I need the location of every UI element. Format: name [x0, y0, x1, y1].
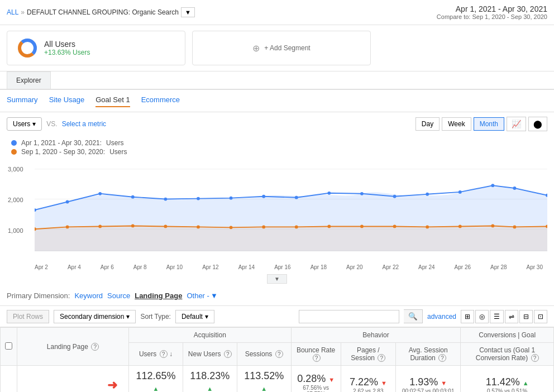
sub-tabs: Summary Site Usage Goal Set 1 Ecommerce	[0, 90, 554, 112]
svg-point-34	[360, 224, 364, 228]
svg-point-36	[426, 225, 429, 228]
advanced-link[interactable]: advanced	[427, 313, 456, 321]
new-users-help[interactable]: ?	[224, 350, 232, 358]
metric-users-btn[interactable]: Users ▾	[7, 117, 42, 131]
conversion-pct-value: 11.42% ▲	[465, 376, 549, 388]
tab-goal-set1[interactable]: Goal Set 1	[95, 94, 130, 107]
svg-point-16	[327, 192, 331, 195]
users-help[interactable]: ?	[160, 350, 168, 358]
svg-point-33	[327, 224, 331, 228]
period-month-btn[interactable]: Month	[474, 117, 504, 131]
svg-point-27	[131, 224, 135, 228]
red-arrow-indicator: ➜	[107, 378, 117, 392]
th-conversions: Conversions | Goal	[461, 328, 554, 343]
x-label-2: Apr 6	[101, 264, 114, 270]
th-bounce-rate: Bounce Rate ?	[291, 343, 341, 366]
svg-point-29	[197, 225, 200, 228]
landing-page-help[interactable]: ?	[91, 343, 99, 351]
view-buttons: ⊞ ◎ ☰ ⇌ ⊟ ⊡	[461, 310, 547, 323]
svg-point-14	[262, 195, 265, 198]
line-chart-icon[interactable]: 📈	[507, 117, 526, 131]
bounce-rate-help[interactable]: ?	[313, 354, 321, 362]
add-segment-btn[interactable]: ⊕ + Add Segment	[192, 31, 371, 65]
sort-value: Default	[182, 313, 203, 321]
avg-session-help[interactable]: ?	[438, 354, 446, 362]
metric-label: Users	[13, 120, 30, 128]
channel-label: DEFAULT CHANNEL GROUPING: Organic Search	[27, 8, 179, 16]
td-users-pct: 112.65% ▲ 43,116 vs 20,276	[129, 366, 183, 393]
svg-point-28	[164, 224, 167, 228]
pie-view-btn[interactable]: ◎	[475, 310, 489, 323]
bounce-rate-subvalue: 67.56% vs 67.75%	[296, 385, 336, 392]
tab-summary[interactable]: Summary	[7, 94, 38, 107]
dim-label: Primary Dimension:	[7, 291, 70, 300]
legend-row: Apr 1, 2021 - Apr 30, 2021: Users Sep 1,…	[0, 136, 554, 160]
y-axis-2000: 2,000	[8, 197, 23, 203]
dim-source[interactable]: Source	[107, 291, 130, 300]
svg-point-35	[393, 224, 397, 228]
pivot-view-btn[interactable]: ⊟	[519, 310, 533, 323]
x-label-8: Apr 18	[311, 264, 327, 270]
svg-point-22	[513, 187, 516, 190]
top-bar: ALL » DEFAULT CHANNEL GROUPING: Organic …	[0, 0, 554, 25]
legend-dot-orange	[11, 149, 17, 155]
pages-session-help[interactable]: ?	[378, 354, 385, 362]
sort-type-btn[interactable]: Default ▾	[175, 310, 214, 323]
svg-point-37	[459, 224, 462, 228]
dim-other-arrow: ▼	[211, 291, 218, 300]
svg-point-25	[66, 225, 69, 228]
scroll-down-btn[interactable]: ▼	[267, 274, 287, 284]
search-input[interactable]	[299, 310, 399, 323]
chart-container: 3,000 2,000 1,000	[0, 160, 554, 272]
bounce-rate-red-arrow: ▼	[328, 376, 335, 383]
separator: »	[21, 8, 25, 16]
grid-view-btn[interactable]: ⊞	[461, 310, 474, 323]
x-axis-labels: Apr 2 Apr 4 Apr 6 Apr 8 Apr 10 Apr 12 Ap…	[7, 263, 543, 270]
sessions-help[interactable]: ?	[275, 350, 283, 358]
svg-point-18	[393, 195, 397, 198]
segment-all-users[interactable]: All Users +13.63% Users	[7, 31, 185, 65]
tab-site-usage[interactable]: Site Usage	[49, 94, 85, 107]
left-controls: Users ▾ VS. Select a metric	[7, 117, 106, 131]
users-sort-arrow[interactable]: ↓	[169, 350, 173, 358]
contact-us-help[interactable]: ?	[531, 354, 539, 362]
dim-keyword[interactable]: Keyword	[74, 291, 103, 300]
td-conversion-pct: 11.42% ▲ 0.57% vs 0.51%	[461, 366, 554, 393]
dim-other[interactable]: Other - ▼	[187, 291, 217, 300]
dim-landing-page[interactable]: Landing Page	[135, 291, 182, 300]
avg-session-pct-value: 1.93% ▼	[400, 376, 456, 388]
tab-explorer[interactable]: Explorer	[7, 71, 51, 89]
svg-point-32	[295, 225, 298, 228]
svg-point-20	[459, 190, 462, 194]
plus-icon: ⊕	[252, 43, 260, 54]
segment-pct: +13.63% Users	[44, 49, 90, 56]
svg-point-19	[426, 193, 429, 196]
sort-arrow: ▾	[205, 313, 208, 321]
primary-dimension-bar: Primary Dimension: Keyword Source Landin…	[0, 286, 554, 305]
tab-ecommerce[interactable]: Ecommerce	[141, 94, 180, 107]
breadcrumb: ALL » DEFAULT CHANNEL GROUPING: Organic …	[7, 7, 195, 17]
x-label-9: Apr 20	[346, 264, 362, 270]
pie-chart-icon[interactable]: ⬤	[528, 117, 547, 131]
legend-metric-2: Users	[109, 148, 127, 156]
list-view-btn[interactable]: ☰	[490, 310, 504, 323]
compare-view-btn[interactable]: ⇌	[505, 310, 518, 323]
secondary-dim-btn[interactable]: Secondary dimension ▾	[54, 310, 136, 323]
conversion-subvalue: 0.57% vs 0.51%	[465, 388, 549, 393]
select-metric-link[interactable]: Select a metric	[62, 120, 106, 128]
all-link[interactable]: ALL	[7, 8, 18, 16]
td-pages-pct: 7.22% ▼ 2.62 vs 2.83	[341, 366, 396, 393]
primary-date: Apr 1, 2021 - Apr 30, 2021	[437, 4, 547, 13]
period-day-btn[interactable]: Day	[416, 117, 440, 131]
custom-view-btn[interactable]: ⊡	[534, 310, 547, 323]
search-btn[interactable]: 🔍	[404, 309, 423, 323]
td-sessions-pct: 113.52% ▲ 63,805 vs 29,883	[237, 366, 291, 393]
channel-dropdown[interactable]: ▼	[181, 7, 195, 17]
plot-rows-btn[interactable]: Plot Rows	[7, 310, 49, 323]
legend-date-2: Sep 1, 2020 - Sep 30, 2020:	[21, 148, 105, 156]
svg-point-26	[98, 224, 102, 228]
y-axis-1000: 1,000	[8, 227, 23, 234]
metric-dropdown-icon: ▾	[32, 120, 36, 128]
period-week-btn[interactable]: Week	[442, 117, 471, 131]
select-all-checkbox[interactable]	[5, 342, 12, 350]
